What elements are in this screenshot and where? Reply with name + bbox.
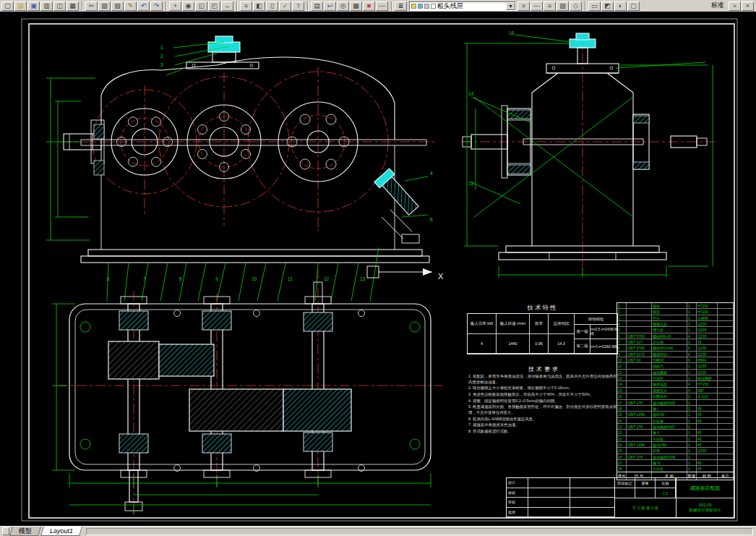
- close-toolbar-icon[interactable]: ×: [742, 1, 754, 11]
- zoom-window-icon[interactable]: ◱: [195, 1, 207, 11]
- combo-dropdown-icon[interactable]: ▼: [506, 2, 515, 10]
- balloon-numbers: 1 2 3 4 5 6 7 8 9 10 11 12 13 14 15 16: [107, 30, 515, 281]
- stage-row: 第一级 m=2.5 z=24/96 8级: [575, 325, 617, 339]
- layer-combo-value: 粗头线层: [437, 1, 506, 11]
- layer-properties-icon[interactable]: ▤: [311, 1, 323, 11]
- plot-style-icon[interactable]: ▨: [557, 1, 569, 11]
- standard-toolbar: ▢▤▣▥◫▦ ✂▧▨✎↶↷ +◉◱◰↔ ≡◧▯✓? ▤↩◎▩■― ≣ 粗头线层 …: [0, 0, 756, 12]
- svg-text:15: 15: [468, 181, 474, 186]
- toolbar-group-layer-tools: ▤↩◎▩■―: [311, 1, 389, 11]
- toolbar-group-render: ▭◩◐▢: [588, 1, 640, 11]
- tool-palettes-icon[interactable]: ▯: [266, 1, 278, 11]
- parts-list-row: 19 GB/T 1096 键8×50 1 45: [617, 412, 734, 417]
- layer-combobox[interactable]: 粗头线层 ▼: [409, 1, 516, 11]
- toolbar-separator: [236, 1, 238, 11]
- svg-text:13: 13: [360, 276, 366, 281]
- tech-requirements-text: 1. 装配前，所有零件用煤油清洗，滚动轴承用汽油清洗，机体内不允许有任何杂物存在…: [468, 374, 622, 435]
- copy-icon[interactable]: ▧: [98, 1, 111, 11]
- drawing-code: JSQ-00: [698, 503, 712, 508]
- parts-list-row: 25 套筒 1 Q235: [617, 448, 734, 454]
- svg-text:7: 7: [143, 276, 146, 281]
- cut-icon[interactable]: ✂: [85, 1, 98, 11]
- parts-list-row: 23 大齿轮 1 45: [617, 436, 734, 442]
- ucs-icon: X: [367, 266, 444, 281]
- object-snap-icon[interactable]: ◇: [570, 1, 582, 11]
- tech-requirement-line: 7. 减速器外表面涂灰色油漆。: [468, 422, 622, 428]
- tech-requirement-line: 2. 啮合侧隙之大小用铅丝来检验，保证侧隙不小于0.16mm。: [468, 386, 622, 391]
- tab-scroll-button[interactable]: [2, 527, 9, 535]
- lineweight-control-icon[interactable]: ≡: [544, 1, 556, 11]
- svg-text:16: 16: [509, 30, 515, 35]
- horizontal-scrollbar[interactable]: [86, 528, 753, 535]
- front-view: [46, 36, 435, 301]
- orbit-icon[interactable]: ◐: [614, 1, 627, 11]
- zoom-realtime-icon[interactable]: ◉: [182, 1, 194, 11]
- pan-icon[interactable]: +: [169, 1, 181, 11]
- publish-icon[interactable]: ▦: [66, 1, 79, 11]
- layer-freeze-icon: [418, 4, 423, 9]
- color-control-icon[interactable]: ■: [517, 1, 530, 11]
- scale-value: 1:2: [656, 488, 676, 498]
- parts-list-row: 21 GB/T 276 滚动轴承6207 2: [617, 424, 734, 430]
- stage-mark-label: 阶段标记: [615, 478, 635, 488]
- color-swatch-icon[interactable]: ■: [363, 1, 375, 11]
- linetype-control-icon[interactable]: ―: [531, 1, 543, 11]
- plot-preview-icon[interactable]: ◫: [53, 1, 66, 11]
- layer-previous-icon[interactable]: ↩: [324, 1, 336, 11]
- paste-icon[interactable]: ▨: [111, 1, 124, 11]
- toolbar-group-misc: ≡◧▯✓?: [240, 1, 305, 11]
- zoom-previous-icon[interactable]: ◰: [208, 1, 220, 11]
- help-icon[interactable]: ?: [292, 1, 304, 11]
- make-current-icon[interactable]: ◎: [337, 1, 349, 11]
- distance-icon[interactable]: ↔: [221, 1, 233, 11]
- layer-states-icon[interactable]: ▩: [350, 1, 362, 11]
- plot-icon[interactable]: ▥: [40, 1, 53, 11]
- sheet-count: 共 1 张 第 1 张: [615, 498, 676, 517]
- cad-application-window: { "toolbar": { "standard_label": "标准", "…: [0, 0, 756, 536]
- toolbar-group-view: +◉◱◰↔: [169, 1, 234, 11]
- model-space-canvas[interactable]: X: [0, 12, 756, 526]
- parts-list-row: 9 GB/T 6170 螺母M10 6 Q235: [617, 352, 734, 357]
- undo-icon[interactable]: ↶: [137, 1, 150, 11]
- parts-list-row: 27 轴 III 1 45: [617, 460, 734, 466]
- parts-list-row: 17 GB/T 276 滚动轴承6206 2: [617, 400, 734, 406]
- parts-list-row: 14 轴承端盖 4 HT150: [617, 381, 734, 387]
- named-views-icon[interactable]: ▢: [627, 1, 640, 11]
- design-center-icon[interactable]: ◧: [253, 1, 265, 11]
- model-paper-toggle-icon[interactable]: ▭: [588, 1, 601, 11]
- parts-list-row: 20 齿轮轴 1 45: [617, 418, 734, 424]
- scale-label: 比例: [656, 478, 676, 488]
- layer-color-swatch: [431, 4, 436, 9]
- redo-icon[interactable]: ↷: [150, 1, 163, 11]
- svg-text:3: 3: [160, 62, 163, 67]
- svg-text:9: 9: [215, 276, 218, 281]
- properties-icon[interactable]: ≡: [240, 1, 252, 11]
- new-icon[interactable]: ▢: [1, 1, 14, 11]
- toolbar-group-far-right: »×: [729, 1, 755, 11]
- toolbar-group-file: ▢▤▣▥◫▦: [1, 1, 80, 11]
- svg-text:14: 14: [468, 91, 474, 96]
- tech-char-value: 0.96: [530, 334, 549, 354]
- workspace-icon[interactable]: »: [729, 1, 741, 11]
- parts-list-row: 5 通气器 1 Q235: [617, 327, 734, 333]
- svg-text:11: 11: [288, 276, 293, 281]
- linetype-icon[interactable]: ―: [376, 1, 388, 11]
- tab-layout1[interactable]: Layout1: [40, 527, 82, 536]
- save-icon[interactable]: ▣: [27, 1, 40, 11]
- toolbar-separator: [391, 1, 392, 11]
- tech-requirement-line: 3. 用涂色法检验齿面接触斑点，按齿高不小于40%，按齿长不小于50%。: [468, 392, 622, 398]
- render-icon[interactable]: ◩: [601, 1, 614, 11]
- parts-list-row: 10 GB/T 93 垫圈10 6 65Mn: [617, 357, 734, 363]
- signature-row: 批准: [507, 508, 614, 518]
- tech-requirement-line: 5. 检查减速器剖分面、各接触面及密封处，均不许漏油，剖分面允许涂以密封胶或水玻…: [468, 404, 622, 415]
- open-icon[interactable]: ▤: [14, 1, 27, 11]
- tab-model[interactable]: 模型: [9, 527, 41, 536]
- tech-characteristics-table: 输入功率 kW 输入转速 r/min 效率 总传动比 4 1440 0.96 1…: [467, 313, 618, 354]
- tech-requirements-title: 技术要求: [467, 365, 622, 373]
- markup-icon[interactable]: ✓: [279, 1, 291, 11]
- parts-list-row: 3 垫片 1 石棉纸: [617, 315, 734, 321]
- layers-icon[interactable]: ≣: [395, 1, 407, 11]
- match-properties-icon[interactable]: ✎: [124, 1, 137, 11]
- parts-list-row: 16 毡圈密封 2 羊毛毡: [617, 394, 734, 399]
- svg-text:1: 1: [160, 45, 163, 50]
